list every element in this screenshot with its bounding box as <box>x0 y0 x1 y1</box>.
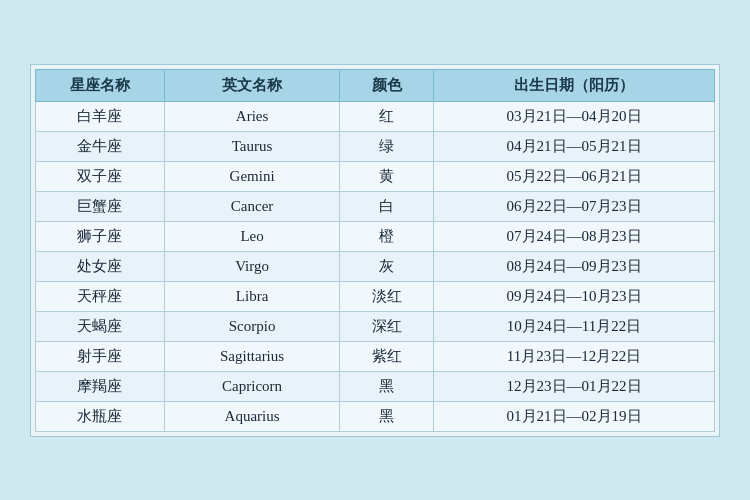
cell-english: Taurus <box>164 131 340 161</box>
cell-chinese: 摩羯座 <box>36 371 165 401</box>
cell-date: 01月21日—02月19日 <box>434 401 715 431</box>
cell-english: Scorpio <box>164 311 340 341</box>
cell-chinese: 水瓶座 <box>36 401 165 431</box>
cell-date: 09月24日—10月23日 <box>434 281 715 311</box>
header-english: 英文名称 <box>164 69 340 101</box>
cell-english: Leo <box>164 221 340 251</box>
header-color: 颜色 <box>340 69 434 101</box>
table-row: 天秤座Libra淡红09月24日—10月23日 <box>36 281 715 311</box>
cell-chinese: 天秤座 <box>36 281 165 311</box>
cell-english: Virgo <box>164 251 340 281</box>
cell-color: 绿 <box>340 131 434 161</box>
table-row: 处女座Virgo灰08月24日—09月23日 <box>36 251 715 281</box>
cell-chinese: 白羊座 <box>36 101 165 131</box>
cell-color: 黑 <box>340 371 434 401</box>
cell-date: 10月24日—11月22日 <box>434 311 715 341</box>
cell-english: Aries <box>164 101 340 131</box>
cell-chinese: 天蝎座 <box>36 311 165 341</box>
cell-english: Sagittarius <box>164 341 340 371</box>
table-row: 射手座Sagittarius紫红11月23日—12月22日 <box>36 341 715 371</box>
cell-color: 橙 <box>340 221 434 251</box>
cell-chinese: 射手座 <box>36 341 165 371</box>
cell-color: 深红 <box>340 311 434 341</box>
cell-color: 紫红 <box>340 341 434 371</box>
table-row: 白羊座Aries红03月21日—04月20日 <box>36 101 715 131</box>
table-row: 金牛座Taurus绿04月21日—05月21日 <box>36 131 715 161</box>
cell-date: 06月22日—07月23日 <box>434 191 715 221</box>
cell-english: Aquarius <box>164 401 340 431</box>
cell-chinese: 处女座 <box>36 251 165 281</box>
cell-color: 淡红 <box>340 281 434 311</box>
cell-english: Gemini <box>164 161 340 191</box>
table-header-row: 星座名称 英文名称 颜色 出生日期（阳历） <box>36 69 715 101</box>
table-row: 天蝎座Scorpio深红10月24日—11月22日 <box>36 311 715 341</box>
zodiac-table-wrapper: 星座名称 英文名称 颜色 出生日期（阳历） 白羊座Aries红03月21日—04… <box>30 64 720 437</box>
cell-color: 灰 <box>340 251 434 281</box>
cell-date: 04月21日—05月21日 <box>434 131 715 161</box>
cell-english: Capricorn <box>164 371 340 401</box>
cell-color: 黑 <box>340 401 434 431</box>
cell-english: Libra <box>164 281 340 311</box>
cell-english: Cancer <box>164 191 340 221</box>
table-row: 摩羯座Capricorn黑12月23日—01月22日 <box>36 371 715 401</box>
cell-chinese: 狮子座 <box>36 221 165 251</box>
table-row: 巨蟹座Cancer白06月22日—07月23日 <box>36 191 715 221</box>
cell-date: 08月24日—09月23日 <box>434 251 715 281</box>
cell-date: 07月24日—08月23日 <box>434 221 715 251</box>
zodiac-table: 星座名称 英文名称 颜色 出生日期（阳历） 白羊座Aries红03月21日—04… <box>35 69 715 432</box>
cell-chinese: 双子座 <box>36 161 165 191</box>
table-row: 狮子座Leo橙07月24日—08月23日 <box>36 221 715 251</box>
cell-chinese: 金牛座 <box>36 131 165 161</box>
cell-chinese: 巨蟹座 <box>36 191 165 221</box>
cell-date: 11月23日—12月22日 <box>434 341 715 371</box>
cell-date: 12月23日—01月22日 <box>434 371 715 401</box>
cell-color: 红 <box>340 101 434 131</box>
table-row: 水瓶座Aquarius黑01月21日—02月19日 <box>36 401 715 431</box>
header-date: 出生日期（阳历） <box>434 69 715 101</box>
cell-date: 03月21日—04月20日 <box>434 101 715 131</box>
table-row: 双子座Gemini黄05月22日—06月21日 <box>36 161 715 191</box>
cell-color: 白 <box>340 191 434 221</box>
cell-date: 05月22日—06月21日 <box>434 161 715 191</box>
cell-color: 黄 <box>340 161 434 191</box>
header-chinese: 星座名称 <box>36 69 165 101</box>
